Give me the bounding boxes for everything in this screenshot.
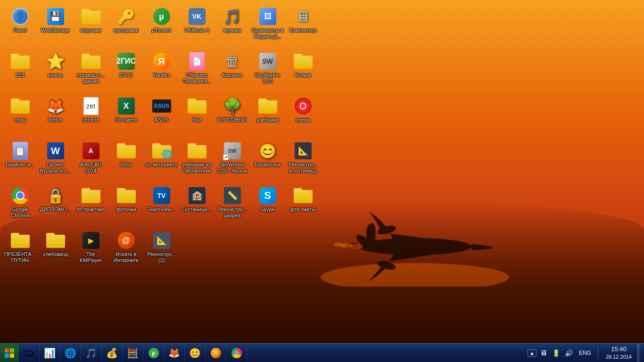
icon-label-teamviewer: TeamView... <box>148 206 175 213</box>
icon-igrulki[interactable]: игрульки <box>73 5 108 49</box>
taskbar-icon-chrome[interactable] <box>226 344 247 362</box>
icon-screenshots[interactable]: 🖼 Скриншоты в Яндекс.Д... <box>250 5 285 49</box>
icon-label-autocad: AutoCAD 2014 <box>74 162 107 174</box>
clock[interactable]: 15:40 28.12.2014 <box>602 345 636 361</box>
taskbar-icon-bank[interactable]: 💰 <box>102 344 123 362</box>
folder-icon-po-praktike <box>82 188 100 203</box>
icon-utorrent[interactable]: µ µTorrent <box>144 5 179 49</box>
icon-label-pavel: Pavel <box>14 27 27 33</box>
icon-2gis[interactable]: 2ГИС 2ГИС <box>108 49 144 94</box>
icon-firefox[interactable]: 🦊 firefox <box>38 94 73 139</box>
taskbar-icon-yandex[interactable]: Я <box>206 344 226 362</box>
icon-hlebzavod[interactable]: хлебзавод <box>38 229 73 273</box>
icon-skyworker-shortcut[interactable]: SW ↗ SkyWorker 2.20 - Ярлык <box>215 139 250 184</box>
svg-point-0 <box>321 263 509 287</box>
taskbar-icon-music[interactable]: 🎵 <box>81 344 102 362</box>
doc-dark3-icon: 📏 <box>224 187 241 204</box>
icon-obrazec[interactable]: 📄 Образец Техническ... <box>179 49 215 94</box>
icon-label-zet: zet.exe <box>83 117 99 123</box>
icon-diplom[interactable]: 🔒 ДИПЛОМО... <box>38 184 73 229</box>
taskbar-icon-monitor[interactable]: 📊 <box>40 344 60 362</box>
icon-muzyka[interactable]: 🎵 музыка <box>215 5 250 49</box>
icon-webstorage[interactable]: 💾 WebStorage <box>38 5 73 49</box>
icon-chrome[interactable]: Google Chrome <box>2 184 38 229</box>
icon-asus[interactable]: ASUS ASUS <box>144 94 179 139</box>
taskbar-icon-ie[interactable]: 🌐 <box>60 344 81 362</box>
taskbar-icon-explorer[interactable]: 🗂 <box>19 344 40 362</box>
icon-proyekt[interactable]: W Проект Вусала тех... <box>38 139 73 184</box>
icon-gostinica[interactable]: 🏨 Гостиница... <box>179 184 215 229</box>
firefox-icon: 🦊 <box>47 98 64 115</box>
icon-opera[interactable]: O опера <box>285 94 321 139</box>
icon-pavel[interactable]: 👤 Pavel <box>2 5 38 49</box>
icon-rekonstrrazrez[interactable]: 📏 Реконстру... разрез <box>215 184 250 229</box>
utorrent-icon: µ <box>153 8 170 25</box>
start-button[interactable] <box>0 344 19 362</box>
icon-kompyuter[interactable]: 🖥 Компьютер <box>285 5 321 49</box>
icon-boty[interactable]: боты <box>108 139 144 184</box>
icon-search[interactable]: @ Искать в Интернете <box>108 229 144 273</box>
icon-dlya-smety[interactable]: для сметы <box>285 184 321 229</box>
icon-rekonstr2[interactable]: 📐 Реконстру... (2) <box>144 229 179 273</box>
taskbar-icon-firefox[interactable]: 🦊 <box>164 344 185 362</box>
icon-label-kursovye: КУРСОВЫЕ <box>218 117 247 123</box>
smile-icon: 😊 <box>259 143 276 159</box>
exe-icon: zet <box>83 97 99 115</box>
show-desktop-button[interactable] <box>637 344 640 362</box>
utorrent-taskbar-icon: µ <box>149 348 159 358</box>
icon-zet[interactable]: zet zet.exe <box>73 94 108 139</box>
skyworker-icon: SW <box>259 53 276 70</box>
icon-posmete[interactable]: X По смете <box>108 94 144 139</box>
language-indicator[interactable]: ENG <box>576 350 594 356</box>
icon-korzina[interactable]: 🗑 Корзина <box>215 49 250 94</box>
icon-vkmusic[interactable]: VK VKMusic 4 <box>179 5 215 49</box>
icon-label-korzina: Корзина <box>223 72 242 78</box>
icon-label-kmplayer: The KMPlayer <box>74 251 107 263</box>
icon-skyworker[interactable]: SW SkyWorker 2.20 <box>250 49 285 94</box>
icon-label-bazisno: Базисно-и... <box>6 162 34 168</box>
icon-po-internetu[interactable]: 🌐 по интернету <box>144 139 179 184</box>
icon-po-praktike[interactable]: по практике <box>73 184 108 229</box>
icon-uchebniki[interactable]: учебники <box>250 94 285 139</box>
icon-kursovye[interactable]: 🌳 КУРСОВЫЕ <box>215 94 250 139</box>
icon-label-skyworker-shortcut: SkyWorker 2.20 - Ярлык <box>216 162 248 174</box>
icon-kmplayer[interactable]: ▶ The KMPlayer <box>73 229 108 273</box>
icon-prezenta[interactable]: ПРЕЗЕНТА... ПУТИН <box>2 229 38 273</box>
icon-label-hlebzavod: хлебзавод <box>43 251 68 257</box>
tray-network-icon[interactable]: 🖥 <box>538 348 549 358</box>
tray-expand-button[interactable]: ▲ <box>528 349 537 357</box>
icon-tery[interactable]: теры <box>2 94 38 139</box>
lock-icon: 🔒 <box>47 188 64 204</box>
icon-fotochki[interactable]: фоточки <box>108 184 144 229</box>
taskbar-icon-calc[interactable]: 🧮 <box>123 344 143 362</box>
icon-label-2gis: 2ГИС <box>120 72 133 78</box>
icon-label-igrulki: игрульки <box>80 27 101 33</box>
icon-ucheb-bib[interactable]: учебники из библиотеки <box>179 139 215 184</box>
tray-volume-icon[interactable]: 🔊 <box>563 348 574 358</box>
icon-kolym[interactable]: Колым <box>285 49 321 94</box>
document-pink-icon: 📄 <box>190 52 205 70</box>
icon-label-firefox: firefox <box>49 117 63 123</box>
svg-point-6 <box>334 243 343 247</box>
icon-bazisno[interactable]: 📋 Базисно-и... <box>2 139 38 184</box>
icon-promzd[interactable]: промышл... здание <box>73 49 108 94</box>
icon-autocad[interactable]: A AutoCAD 2014 <box>73 139 108 184</box>
icon-label-gostinica: Гостиница... <box>182 206 212 213</box>
icon-label-screenshots: Скриншоты в Яндекс.Д... <box>251 27 284 40</box>
taskbar-icon-utorrent[interactable]: µ <box>143 344 164 362</box>
icon-skype[interactable]: S Skype <box>250 184 285 229</box>
chrome-taskbar-icon <box>231 348 242 358</box>
icon-boi[interactable]: бои <box>179 94 215 139</box>
icon-teamviewer[interactable]: TV TeamView... <box>144 184 179 229</box>
icon-balabolka[interactable]: 😊 Балаболка <box>250 139 285 184</box>
icon-123[interactable]: 123 <box>2 49 38 94</box>
icon-rekonstrgos[interactable]: 📐 Реконстру... в гостиницу <box>285 139 321 184</box>
icon-yandex[interactable]: Я Yandex <box>144 49 179 94</box>
icon-programki[interactable]: 🔑 програмки <box>108 5 144 49</box>
doc-dark4-icon: 📐 <box>153 232 170 249</box>
vk-icon: VK <box>189 8 206 25</box>
icon-klipy[interactable]: ⭐ клипы <box>38 49 73 94</box>
icon-label-boi: бои <box>192 117 201 123</box>
taskbar-icon-smile[interactable]: 😊 <box>185 344 206 362</box>
tray-battery-icon[interactable]: 🔋 <box>551 348 561 358</box>
